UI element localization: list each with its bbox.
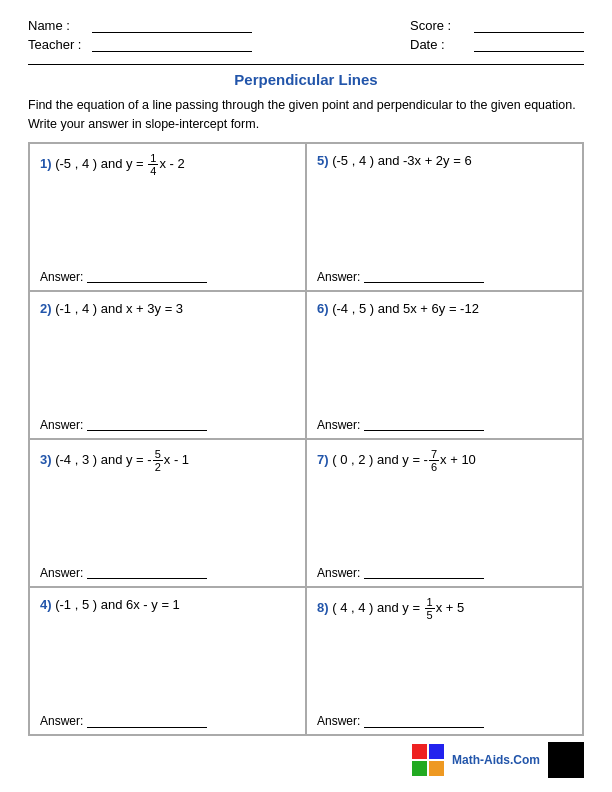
answer-line (364, 270, 484, 283)
logo-sq-green (412, 761, 427, 776)
instruction-line2: Write your answer in slope-intercept for… (28, 115, 584, 134)
fraction: 52 (153, 448, 163, 473)
teacher-label: Teacher : (28, 37, 88, 52)
answer-row: Answer: (40, 714, 295, 728)
teacher-line (92, 38, 252, 52)
answer-label: Answer: (40, 270, 83, 284)
problem-number: 6) (317, 301, 329, 316)
instructions: Find the equation of a line passing thro… (28, 96, 584, 134)
date-field: Date : (410, 37, 584, 52)
answer-label: Answer: (40, 418, 83, 432)
fraction: 15 (425, 596, 435, 621)
problem-text-7: 4) (-1 , 5 ) and 6x - y = 1 (40, 596, 295, 614)
answer-line (87, 418, 207, 431)
logo-sq-blue (429, 744, 444, 759)
answer-line (364, 566, 484, 579)
answer-label: Answer: (317, 270, 360, 284)
logo-icon (412, 744, 444, 776)
header-left: Name : Teacher : (28, 18, 252, 52)
problem-number: 2) (40, 301, 52, 316)
problem-content: (-5 , 4 ) and -3x + 2y = 6 (332, 153, 471, 168)
answer-line (364, 715, 484, 728)
header-divider (28, 64, 584, 65)
problem-cell-8: 8) ( 4 , 4 ) and y = 15x + 5Answer: (306, 587, 583, 735)
answer-row: Answer: (40, 566, 295, 580)
problem-cell-5: 3) (-4 , 3 ) and y = -52x - 1Answer: (29, 439, 306, 587)
answer-row: Answer: (40, 418, 295, 432)
problem-content: (-1 , 5 ) and 6x - y = 1 (55, 597, 180, 612)
problem-number: 4) (40, 597, 52, 612)
problem-text-4: 6) (-4 , 5 ) and 5x + 6y = -12 (317, 300, 572, 318)
answer-label: Answer: (317, 566, 360, 580)
name-field: Name : (28, 18, 252, 33)
problem-content: (-4 , 5 ) and 5x + 6y = -12 (332, 301, 479, 316)
problem-number: 5) (317, 153, 329, 168)
answer-label: Answer: (317, 714, 360, 728)
problem-content: (-5 , 4 ) and y = 14x - 2 (55, 156, 185, 171)
problem-cell-3: 2) (-1 , 4 ) and x + 3y = 3Answer: (29, 291, 306, 439)
problem-number: 3) (40, 452, 52, 467)
score-field: Score : (410, 18, 584, 33)
problem-cell-1: 1) (-5 , 4 ) and y = 14x - 2Answer: (29, 143, 306, 291)
logo-sq-orange (429, 761, 444, 776)
answer-row: Answer: (317, 714, 572, 728)
fraction: 76 (429, 448, 439, 473)
problem-text-1: 1) (-5 , 4 ) and y = 14x - 2 (40, 152, 295, 177)
problem-content: ( 0 , 2 ) and y = -76x + 10 (332, 452, 476, 467)
page: Name : Teacher : Score : Date : Perpendi… (0, 0, 612, 792)
problem-content: (-1 , 4 ) and x + 3y = 3 (55, 301, 183, 316)
problems-grid: 1) (-5 , 4 ) and y = 14x - 2Answer:5) (-… (28, 142, 584, 737)
problem-content: (-4 , 3 ) and y = -52x - 1 (55, 452, 189, 467)
date-line (474, 38, 584, 52)
problem-text-6: 7) ( 0 , 2 ) and y = -76x + 10 (317, 448, 572, 473)
answer-line (87, 566, 207, 579)
header-right: Score : Date : (410, 18, 584, 52)
problem-text-5: 3) (-4 , 3 ) and y = -52x - 1 (40, 448, 295, 473)
problem-cell-6: 7) ( 0 , 2 ) and y = -76x + 10Answer: (306, 439, 583, 587)
answer-row: Answer: (40, 270, 295, 284)
answer-label: Answer: (40, 566, 83, 580)
footer: Math-Aids.Com (28, 742, 584, 778)
problem-number: 1) (40, 156, 52, 171)
page-title: Perpendicular Lines (28, 71, 584, 88)
name-label: Name : (28, 18, 88, 33)
answer-line (87, 715, 207, 728)
problem-cell-7: 4) (-1 , 5 ) and 6x - y = 1Answer: (29, 587, 306, 735)
problem-text-3: 2) (-1 , 4 ) and x + 3y = 3 (40, 300, 295, 318)
problem-cell-4: 6) (-4 , 5 ) and 5x + 6y = -12Answer: (306, 291, 583, 439)
qr-code (548, 742, 584, 778)
answer-label: Answer: (317, 418, 360, 432)
problem-text-2: 5) (-5 , 4 ) and -3x + 2y = 6 (317, 152, 572, 170)
score-line (474, 19, 584, 33)
problem-text-8: 8) ( 4 , 4 ) and y = 15x + 5 (317, 596, 572, 621)
brand-name: Math-Aids.Com (452, 753, 540, 767)
problem-number: 7) (317, 452, 329, 467)
instruction-line1: Find the equation of a line passing thro… (28, 96, 584, 115)
answer-line (87, 270, 207, 283)
date-label: Date : (410, 37, 470, 52)
problem-content: ( 4 , 4 ) and y = 15x + 5 (332, 600, 464, 615)
answer-row: Answer: (317, 418, 572, 432)
teacher-field: Teacher : (28, 37, 252, 52)
fraction: 14 (148, 152, 158, 177)
answer-label: Answer: (40, 714, 83, 728)
logo-sq-red (412, 744, 427, 759)
name-line (92, 19, 252, 33)
answer-line (364, 418, 484, 431)
header: Name : Teacher : Score : Date : (28, 18, 584, 52)
problem-number: 8) (317, 600, 329, 615)
answer-row: Answer: (317, 270, 572, 284)
problem-cell-2: 5) (-5 , 4 ) and -3x + 2y = 6Answer: (306, 143, 583, 291)
score-label: Score : (410, 18, 470, 33)
answer-row: Answer: (317, 566, 572, 580)
